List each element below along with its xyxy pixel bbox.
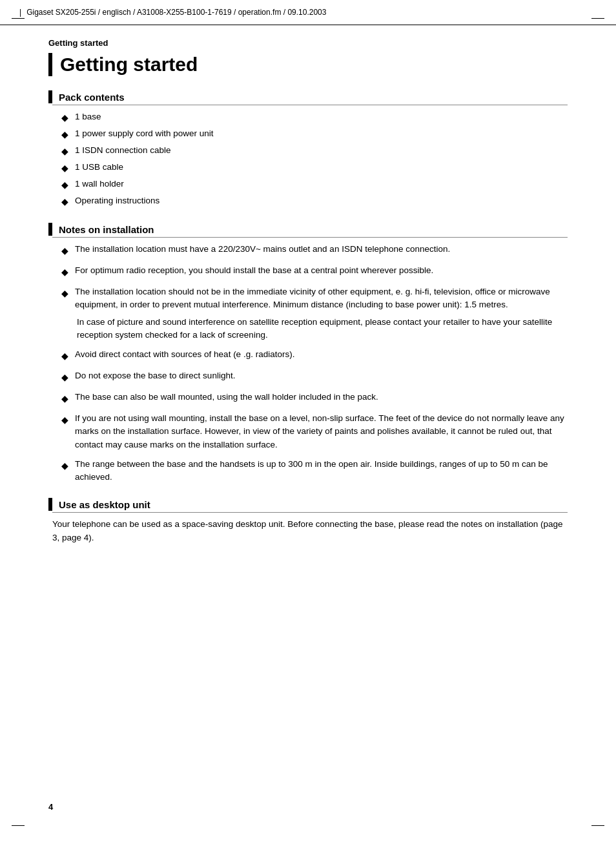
item-text: Do not expose the base to direct sunligh…: [75, 369, 568, 382]
item-text: The range between the base and the hands…: [75, 458, 568, 484]
page-number: 4: [48, 802, 53, 812]
header-text: Gigaset SX205-255i / englisch / A31008-X…: [26, 8, 326, 17]
header-pipe: |: [19, 8, 21, 17]
item-text: 1 wall holder: [75, 178, 124, 190]
list-item: ◆ The range between the base and the han…: [61, 458, 568, 484]
item-text: The base can also be wall mounted, using…: [75, 391, 568, 404]
sub-paragraph: In case of picture and sound interferenc…: [77, 316, 568, 342]
content-area: Getting started Getting started Pack con…: [0, 25, 616, 571]
bullet-diamond: ◆: [61, 349, 68, 363]
desktop-section: Use as desktop unit: [48, 498, 568, 513]
item-text: The installation location should not be …: [75, 285, 568, 312]
item-text: The installation location must have a 22…: [75, 243, 568, 256]
list-item: ◆ The installation location should not b…: [61, 285, 568, 342]
desktop-line: [52, 512, 568, 513]
bullet-diamond: ◆: [61, 265, 68, 279]
list-item: ◆ 1 wall holder: [61, 178, 568, 192]
item-text: If you are not using wall mounting, inst…: [75, 412, 568, 451]
bullet-diamond: ◆: [61, 161, 68, 175]
mark-bottom-right: [591, 825, 604, 826]
notes-section: Notes on installation: [48, 223, 568, 238]
bullet-diamond: ◆: [61, 195, 68, 209]
item-text: 1 base: [75, 110, 101, 123]
notes-line: [52, 237, 568, 238]
bullet-diamond: ◆: [61, 244, 68, 258]
desktop-paragraph: Your telephone can be used as a space-sa…: [52, 518, 568, 545]
pack-contents-heading: Pack contents: [52, 92, 568, 103]
mark-bottom-left: [12, 825, 25, 826]
item-text: 1 USB cable: [75, 161, 123, 174]
page-container: | Gigaset SX205-255i / englisch / A31008…: [0, 0, 616, 844]
pack-contents-list: ◆ 1 base ◆ 1 power supply cord with powe…: [61, 110, 568, 209]
bullet-diamond: ◆: [61, 413, 68, 427]
list-item: ◆ For optimum radio reception, you shoul…: [61, 264, 568, 279]
list-item: ◆ Operating instructions: [61, 194, 568, 209]
list-item: ◆ 1 USB cable: [61, 161, 568, 175]
list-item: ◆ The base can also be wall mounted, usi…: [61, 391, 568, 406]
list-item: ◆ 1 base: [61, 110, 568, 125]
list-item: ◆ Do not expose the base to direct sunli…: [61, 369, 568, 384]
item-text: Avoid direct contact with sources of hea…: [75, 348, 568, 361]
bullet-diamond: ◆: [61, 128, 68, 141]
list-item: ◆ If you are not using wall mounting, in…: [61, 412, 568, 451]
list-item: ◆ 1 power supply cord with power unit: [61, 127, 568, 141]
list-item: ◆ 1 ISDN connection cable: [61, 144, 568, 158]
mark-top-right: [591, 18, 604, 19]
bullet-diamond: ◆: [61, 392, 68, 406]
notes-list: ◆ The installation location must have a …: [61, 243, 568, 484]
item-text: 1 ISDN connection cable: [75, 144, 171, 157]
pack-contents-line: [52, 105, 568, 105]
section-label: Getting started: [48, 38, 568, 48]
bullet-diamond: ◆: [61, 111, 68, 125]
notes-heading: Notes on installation: [52, 224, 568, 235]
notes-heading-row: Notes on installation: [48, 223, 568, 236]
item-text: Operating instructions: [75, 194, 159, 207]
pack-contents-section: Pack contents: [48, 90, 568, 105]
desktop-heading: Use as desktop unit: [52, 499, 568, 510]
mark-top-left: [12, 18, 25, 19]
item-text: 1 power supply cord with power unit: [75, 127, 214, 140]
list-item: ◆ The installation location must have a …: [61, 243, 568, 258]
bullet-diamond: ◆: [61, 287, 68, 300]
item-text: For optimum radio reception, you should …: [75, 264, 568, 277]
list-item: ◆ Avoid direct contact with sources of h…: [61, 348, 568, 363]
desktop-heading-row: Use as desktop unit: [48, 498, 568, 511]
bullet-diamond: ◆: [61, 145, 68, 158]
bullet-diamond: ◆: [61, 371, 68, 384]
main-title: Getting started: [48, 53, 568, 76]
header-bar: | Gigaset SX205-255i / englisch / A31008…: [0, 0, 616, 25]
bullet-diamond: ◆: [61, 178, 68, 192]
pack-contents-heading-row: Pack contents: [48, 90, 568, 103]
bullet-diamond: ◆: [61, 459, 68, 473]
